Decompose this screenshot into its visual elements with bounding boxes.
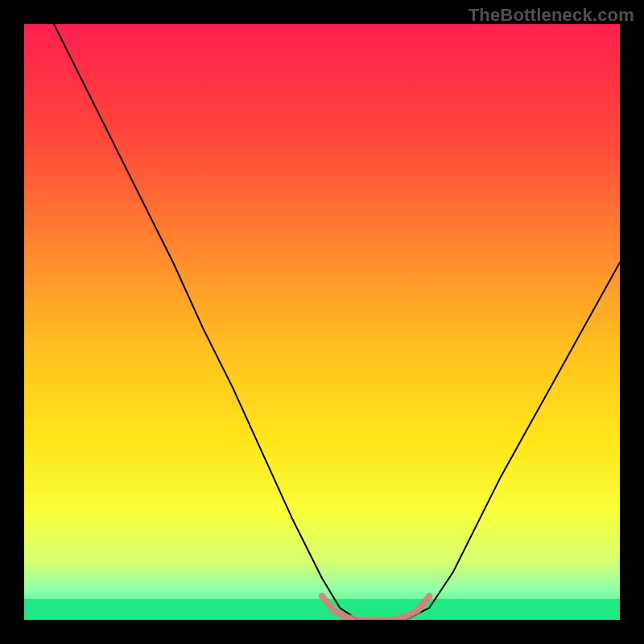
green-band: [24, 599, 620, 620]
watermark-text: TheBottleneck.com: [469, 5, 634, 26]
chart-frame: TheBottleneck.com: [0, 0, 644, 644]
gradient-background: [24, 24, 620, 620]
chart-svg: [24, 24, 620, 620]
plot-area: [24, 24, 620, 620]
